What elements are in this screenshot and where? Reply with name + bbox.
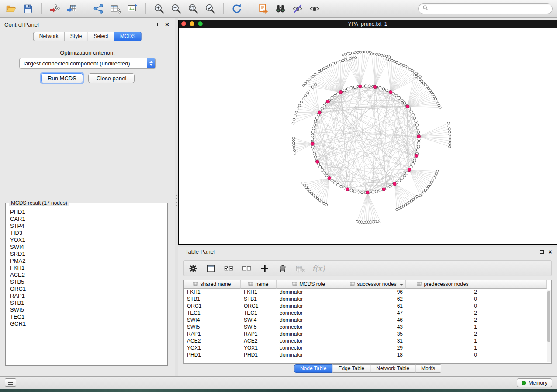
- mcds-result-item[interactable]: SRD1: [10, 251, 166, 258]
- mcds-result-item[interactable]: TEC1: [10, 313, 166, 320]
- control-panel: Control Panel × NetworkStyleSelectMCDS O…: [0, 18, 175, 376]
- mcds-result-item[interactable]: GCR1: [10, 320, 166, 327]
- table-row[interactable]: FKH1FKH1dominator962: [184, 289, 547, 296]
- desktop-wallpaper-strip: [0, 389, 557, 392]
- mcds-result-item[interactable]: ORC1: [10, 285, 166, 292]
- column-header-successor-nodes[interactable]: successor nodes: [341, 280, 406, 289]
- mcds-result-item[interactable]: STB5: [10, 279, 166, 285]
- mcds-result-item[interactable]: TID3: [10, 230, 166, 237]
- network-share-button[interactable]: [92, 2, 105, 15]
- mcds-result-item[interactable]: SWI5: [10, 306, 166, 313]
- zoom-fit-button[interactable]: [187, 2, 200, 15]
- table-row[interactable]: YOX1YOX1connector291: [184, 344, 547, 351]
- mcds-result-item[interactable]: ACE2: [10, 272, 166, 279]
- cell: 18: [341, 351, 406, 358]
- eye-button[interactable]: [308, 2, 321, 15]
- mcds-result-item[interactable]: YOX1: [10, 237, 166, 244]
- tab-style[interactable]: Style: [65, 32, 88, 41]
- mcds-result-item[interactable]: PHD1: [10, 209, 166, 216]
- tab-motifs[interactable]: Motifs: [415, 364, 441, 373]
- mcds-result-item[interactable]: FKH1: [10, 265, 166, 272]
- zoom-out-button[interactable]: [170, 2, 183, 15]
- import-network-button[interactable]: [48, 2, 61, 15]
- network-image-button[interactable]: [126, 2, 139, 15]
- float-panel-icon[interactable]: [157, 23, 161, 26]
- column-header-predecessor-nodes[interactable]: predecessor nodes: [406, 280, 480, 289]
- add-row-button[interactable]: [259, 263, 270, 274]
- tab-edge-table[interactable]: Edge Table: [332, 364, 370, 373]
- tab-network-table[interactable]: Network Table: [370, 364, 415, 373]
- delete-row-button[interactable]: [277, 263, 288, 274]
- table-row[interactable]: TEC1TEC1connector472: [184, 309, 547, 316]
- cell: 31: [341, 337, 406, 344]
- cell: 0: [406, 351, 480, 358]
- run-mcds-button[interactable]: Run MCDS: [41, 73, 83, 83]
- cell: dominator: [277, 316, 341, 323]
- tab-select[interactable]: Select: [88, 32, 114, 41]
- table-row[interactable]: SWI5SWI5connector431: [184, 323, 547, 330]
- select-all-icon: [224, 264, 234, 273]
- close-table-panel-icon[interactable]: ×: [548, 248, 552, 255]
- table-row[interactable]: STB1STB1dominator620: [184, 296, 547, 303]
- search-input[interactable]: [431, 6, 548, 12]
- scrollbar-thumb[interactable]: [547, 291, 550, 342]
- table-row[interactable]: ORC1ORC1dominator610: [184, 303, 547, 309]
- mcds-result-item[interactable]: SWI4: [10, 244, 166, 251]
- table-grid-icon: [350, 282, 355, 288]
- toolbar-separator: [223, 3, 224, 14]
- cell: dominator: [277, 303, 341, 309]
- deselect-all-button[interactable]: [241, 263, 253, 274]
- filter-arrow-icon: [400, 284, 403, 286]
- task-history-button[interactable]: [5, 378, 16, 387]
- tab-mcds[interactable]: MCDS: [114, 32, 142, 41]
- criterion-dropdown[interactable]: largest connected component (undirected): [19, 58, 156, 69]
- cell: 2: [406, 309, 480, 316]
- select-all-button[interactable]: [223, 263, 235, 274]
- table-scrollbar[interactable]: [547, 290, 551, 362]
- zoom-in-button[interactable]: [152, 2, 166, 15]
- refresh-button[interactable]: [230, 2, 243, 15]
- cell: connector: [277, 337, 341, 344]
- zoom-selected-button[interactable]: [204, 2, 217, 15]
- column-header-name[interactable]: name: [241, 280, 277, 289]
- network-table-button[interactable]: [109, 2, 122, 15]
- mcds-result-title: MCDS result (17 nodes): [9, 200, 69, 206]
- mcds-result-item[interactable]: STB1: [10, 299, 166, 306]
- table-grid-icon: [248, 282, 253, 288]
- column-header-MCDS-role[interactable]: MCDS role: [277, 280, 341, 289]
- tab-node-table[interactable]: Node Table: [294, 364, 333, 373]
- eye-slash-button[interactable]: [291, 2, 304, 15]
- memory-button[interactable]: Memory: [517, 378, 552, 387]
- close-panel-button[interactable]: Close panel: [88, 73, 135, 83]
- table-row[interactable]: SWI4SWI4dominator462: [184, 316, 547, 323]
- float-table-panel-icon[interactable]: [540, 250, 544, 254]
- cell: TEC1: [184, 309, 241, 316]
- mcds-result-item[interactable]: RAP1: [10, 292, 166, 299]
- network-canvas[interactable]: [179, 28, 557, 244]
- status-bar: Memory: [0, 376, 557, 389]
- mcds-result-item[interactable]: PMA2: [10, 258, 166, 265]
- binoculars-button[interactable]: [274, 2, 287, 15]
- gear-button[interactable]: [187, 263, 199, 274]
- import-table-button[interactable]: [65, 2, 78, 15]
- network-window-titlebar[interactable]: YPA_prune.txt_1: [179, 20, 557, 28]
- delete-table-button[interactable]: [295, 263, 306, 274]
- gear-icon: [188, 264, 198, 273]
- export-document-button[interactable]: [257, 2, 270, 15]
- columns-button[interactable]: [205, 263, 217, 274]
- zoom-fit-icon: [187, 3, 199, 14]
- save-session-button[interactable]: [21, 2, 35, 15]
- cell-empty: [480, 309, 547, 316]
- column-header-shared-name[interactable]: shared name: [184, 280, 241, 289]
- table-row[interactable]: ACE2ACE2connector311: [184, 337, 547, 344]
- mcds-result-item[interactable]: CAR1: [10, 216, 166, 223]
- fx-button[interactable]: f(x): [313, 263, 324, 274]
- mcds-result-item[interactable]: STP4: [10, 223, 166, 230]
- search-box[interactable]: [418, 3, 553, 14]
- table-row[interactable]: RAP1RAP1dominator352: [184, 330, 547, 337]
- table-row[interactable]: PHD1PHD1dominator180: [184, 351, 547, 358]
- open-session-button[interactable]: [4, 2, 17, 15]
- tab-network[interactable]: Network: [33, 32, 65, 41]
- close-panel-icon[interactable]: ×: [165, 21, 169, 28]
- vertical-splitter[interactable]: [175, 18, 178, 376]
